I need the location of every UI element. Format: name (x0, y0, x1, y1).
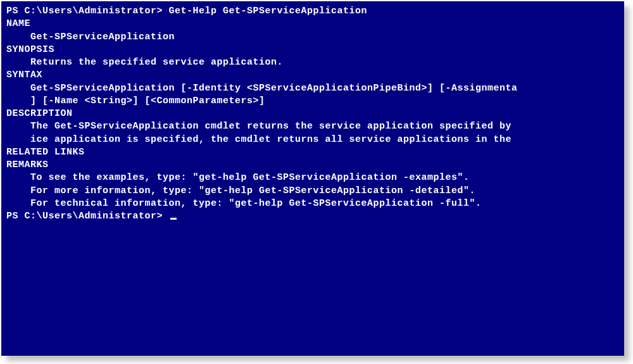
remarks-line-1: To see the examples, type: "get-help Get… (6, 172, 619, 184)
syntax-line-1: Get-SPServiceApplication [-Identity <SPS… (6, 82, 619, 95)
terminal-window: PS C:\Users\Administrator> Get-Help Get-… (1, 1, 624, 356)
name-value: Get-SPServiceApplication (6, 31, 619, 44)
name-heading: NAME (6, 18, 619, 30)
remarks-line-2: For more information, type: "get-help Ge… (6, 185, 619, 198)
description-heading: DESCRIPTION (6, 108, 619, 120)
description-line-2: ice application is specified, the cmdlet… (6, 134, 619, 146)
powershell-terminal[interactable]: PS C:\Users\Administrator> Get-Help Get-… (1, 1, 624, 356)
related-links-heading: RELATED LINKS (6, 146, 619, 159)
prompt-line[interactable]: PS C:\Users\Administrator> (6, 210, 619, 223)
prompt-prefix: PS C:\Users\Administrator> (6, 211, 169, 222)
syntax-heading: SYNTAX (6, 69, 619, 82)
syntax-line-2: ] [-Name <String>] [<CommonParameters>] (6, 95, 619, 108)
remarks-heading: REMARKS (6, 159, 619, 172)
synopsis-value: Returns the specified service applicatio… (6, 56, 619, 69)
command-line: PS C:\Users\Administrator> Get-Help Get-… (6, 5, 619, 18)
prompt-prefix: PS C:\Users\Administrator> (6, 6, 169, 16)
entered-command: Get-Help Get-SPServiceApplication (169, 6, 368, 16)
cursor-icon (170, 218, 177, 220)
remarks-line-3: For technical information, type: "get-he… (6, 198, 619, 210)
description-line-1: The Get-SPServiceApplication cmdlet retu… (6, 120, 619, 133)
synopsis-heading: SYNOPSIS (6, 44, 619, 56)
